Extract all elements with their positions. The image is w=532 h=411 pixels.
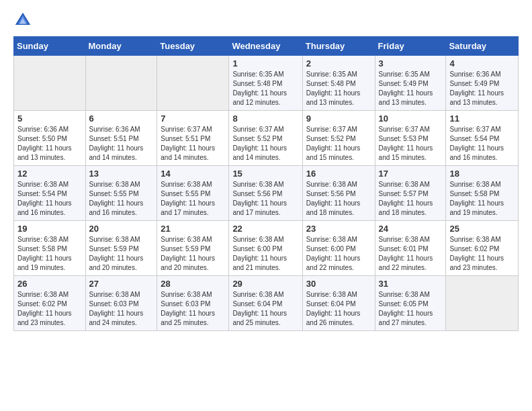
day-number: 26 [17,279,82,289]
calendar-cell: 12Sunrise: 6:38 AM Sunset: 5:54 PM Dayli… [14,166,86,221]
day-number: 29 [232,279,298,289]
day-number: 6 [89,113,154,124]
day-number: 31 [379,279,443,289]
day-number: 4 [449,58,515,68]
day-number: 13 [89,169,154,179]
day-number: 19 [17,224,82,234]
day-number: 1 [232,58,298,68]
day-info: Sunrise: 6:37 AM Sunset: 5:51 PM Dayligh… [161,125,225,163]
day-number: 27 [89,279,154,289]
day-number: 12 [17,169,82,179]
logo [13,11,35,30]
calendar-cell: 9Sunrise: 6:37 AM Sunset: 5:52 PM Daylig… [302,111,375,166]
calendar-cell: 11Sunrise: 6:37 AM Sunset: 5:54 PM Dayli… [446,111,519,166]
calendar-cell: 3Sunrise: 6:35 AM Sunset: 5:49 PM Daylig… [375,56,446,111]
calendar-cell: 31Sunrise: 6:38 AM Sunset: 6:05 PM Dayli… [375,276,446,331]
day-number: 23 [306,224,371,234]
calendar-cell: 10Sunrise: 6:37 AM Sunset: 5:53 PM Dayli… [375,111,446,166]
day-info: Sunrise: 6:38 AM Sunset: 6:03 PM Dayligh… [161,290,225,328]
calendar-week-4: 19Sunrise: 6:38 AM Sunset: 5:58 PM Dayli… [14,221,519,276]
day-number: 28 [161,279,225,289]
calendar-cell: 25Sunrise: 6:38 AM Sunset: 6:02 PM Dayli… [446,221,519,276]
logo-icon [13,11,32,30]
calendar-cell: 16Sunrise: 6:38 AM Sunset: 5:56 PM Dayli… [302,166,375,221]
calendar-week-3: 12Sunrise: 6:38 AM Sunset: 5:54 PM Dayli… [14,166,519,221]
day-info: Sunrise: 6:38 AM Sunset: 5:56 PM Dayligh… [232,180,298,218]
day-number: 24 [379,224,443,234]
calendar-header: SundayMondayTuesdayWednesdayThursdayFrid… [14,37,519,56]
calendar-cell: 28Sunrise: 6:38 AM Sunset: 6:03 PM Dayli… [157,276,229,331]
calendar-cell: 24Sunrise: 6:38 AM Sunset: 6:01 PM Dayli… [375,221,446,276]
day-info: Sunrise: 6:38 AM Sunset: 5:57 PM Dayligh… [379,180,443,218]
calendar-cell: 17Sunrise: 6:38 AM Sunset: 5:57 PM Dayli… [375,166,446,221]
calendar-cell [14,56,86,111]
day-info: Sunrise: 6:38 AM Sunset: 5:59 PM Dayligh… [161,235,225,273]
day-number: 7 [161,113,225,124]
calendar-cell: 6Sunrise: 6:36 AM Sunset: 5:51 PM Daylig… [85,111,157,166]
calendar-cell: 1Sunrise: 6:35 AM Sunset: 5:48 PM Daylig… [229,56,302,111]
calendar-cell: 15Sunrise: 6:38 AM Sunset: 5:56 PM Dayli… [229,166,302,221]
calendar-cell: 21Sunrise: 6:38 AM Sunset: 5:59 PM Dayli… [157,221,229,276]
day-info: Sunrise: 6:37 AM Sunset: 5:54 PM Dayligh… [449,125,515,163]
day-number: 8 [232,113,298,124]
day-number: 9 [306,113,371,124]
day-number: 17 [379,169,443,179]
calendar-cell: 2Sunrise: 6:35 AM Sunset: 5:48 PM Daylig… [302,56,375,111]
day-info: Sunrise: 6:38 AM Sunset: 5:55 PM Dayligh… [161,180,225,218]
day-info: Sunrise: 6:38 AM Sunset: 6:00 PM Dayligh… [232,235,298,273]
day-info: Sunrise: 6:38 AM Sunset: 6:03 PM Dayligh… [89,290,154,328]
calendar-cell: 14Sunrise: 6:38 AM Sunset: 5:55 PM Dayli… [157,166,229,221]
calendar-cell: 7Sunrise: 6:37 AM Sunset: 5:51 PM Daylig… [157,111,229,166]
day-info: Sunrise: 6:36 AM Sunset: 5:50 PM Dayligh… [17,125,82,163]
day-info: Sunrise: 6:36 AM Sunset: 5:51 PM Dayligh… [89,125,154,163]
calendar-week-1: 1Sunrise: 6:35 AM Sunset: 5:48 PM Daylig… [14,56,519,111]
calendar-cell [157,56,229,111]
header-day-thursday: Thursday [302,37,375,56]
day-number: 22 [232,224,298,234]
day-number: 21 [161,224,225,234]
day-info: Sunrise: 6:38 AM Sunset: 5:55 PM Dayligh… [89,180,154,218]
day-info: Sunrise: 6:38 AM Sunset: 6:04 PM Dayligh… [306,290,371,328]
calendar-cell [446,276,519,331]
day-number: 5 [17,113,82,124]
day-info: Sunrise: 6:38 AM Sunset: 6:02 PM Dayligh… [449,235,515,273]
day-number: 20 [89,224,154,234]
day-number: 15 [232,169,298,179]
day-info: Sunrise: 6:38 AM Sunset: 6:00 PM Dayligh… [306,235,371,273]
calendar-cell: 22Sunrise: 6:38 AM Sunset: 6:00 PM Dayli… [229,221,302,276]
calendar-week-2: 5Sunrise: 6:36 AM Sunset: 5:50 PM Daylig… [14,111,519,166]
day-number: 14 [161,169,225,179]
page-header [13,11,519,30]
day-info: Sunrise: 6:38 AM Sunset: 5:54 PM Dayligh… [17,180,82,218]
day-info: Sunrise: 6:38 AM Sunset: 5:56 PM Dayligh… [306,180,371,218]
calendar-cell: 27Sunrise: 6:38 AM Sunset: 6:03 PM Dayli… [85,276,157,331]
day-number: 18 [449,169,515,179]
calendar-cell [85,56,157,111]
header-day-wednesday: Wednesday [229,37,302,56]
calendar-cell: 23Sunrise: 6:38 AM Sunset: 6:00 PM Dayli… [302,221,375,276]
day-info: Sunrise: 6:38 AM Sunset: 6:02 PM Dayligh… [17,290,82,328]
calendar-cell: 29Sunrise: 6:38 AM Sunset: 6:04 PM Dayli… [229,276,302,331]
day-info: Sunrise: 6:37 AM Sunset: 5:52 PM Dayligh… [306,125,371,163]
calendar-week-5: 26Sunrise: 6:38 AM Sunset: 6:02 PM Dayli… [14,276,519,331]
day-number: 16 [306,169,371,179]
header-day-sunday: Sunday [14,37,86,56]
day-info: Sunrise: 6:35 AM Sunset: 5:48 PM Dayligh… [306,70,371,107]
day-info: Sunrise: 6:37 AM Sunset: 5:52 PM Dayligh… [232,125,298,163]
calendar-table: SundayMondayTuesdayWednesdayThursdayFrid… [13,36,519,331]
calendar-cell: 5Sunrise: 6:36 AM Sunset: 5:50 PM Daylig… [14,111,86,166]
day-info: Sunrise: 6:35 AM Sunset: 5:49 PM Dayligh… [379,70,443,107]
day-info: Sunrise: 6:38 AM Sunset: 6:01 PM Dayligh… [379,235,443,273]
day-number: 25 [449,224,515,234]
calendar-cell: 19Sunrise: 6:38 AM Sunset: 5:58 PM Dayli… [14,221,86,276]
day-info: Sunrise: 6:38 AM Sunset: 6:04 PM Dayligh… [232,290,298,328]
day-number: 10 [379,113,443,124]
header-day-monday: Monday [85,37,157,56]
day-info: Sunrise: 6:38 AM Sunset: 6:05 PM Dayligh… [379,290,443,328]
calendar-cell: 4Sunrise: 6:36 AM Sunset: 5:49 PM Daylig… [446,56,519,111]
day-info: Sunrise: 6:36 AM Sunset: 5:49 PM Dayligh… [449,70,515,107]
calendar-cell: 8Sunrise: 6:37 AM Sunset: 5:52 PM Daylig… [229,111,302,166]
header-day-tuesday: Tuesday [157,37,229,56]
day-number: 11 [449,113,515,124]
calendar-cell: 18Sunrise: 6:38 AM Sunset: 5:58 PM Dayli… [446,166,519,221]
